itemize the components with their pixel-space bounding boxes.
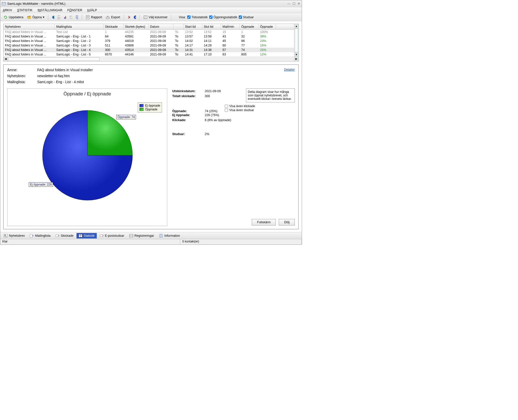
bar-chart-icon[interactable] — [63, 15, 67, 19]
col-skickade[interactable]: Skickade — [104, 24, 124, 29]
col-mailinglista[interactable]: Mailinglista — [55, 24, 104, 29]
chevron-down-icon: ▾ — [43, 15, 44, 19]
col-mailmin[interactable]: Mail/min — [221, 24, 240, 29]
menu-hjalp[interactable]: HJÄLP — [87, 8, 97, 12]
pie-chart-icon[interactable] — [51, 15, 55, 19]
svg-rect-9 — [86, 15, 89, 19]
table-row[interactable]: FAQ about folders in Visual ...SamLogic … — [4, 52, 298, 57]
columns-button[interactable]: Välj kolumner — [142, 14, 169, 20]
report-button[interactable]: Rapport — [84, 14, 103, 20]
grid-body: FAQ about folders in Visual ...Test List… — [4, 30, 298, 57]
svg-rect-3 — [64, 17, 65, 19]
table-icon — [78, 234, 82, 238]
scroll-right-icon[interactable]: ► — [294, 57, 298, 61]
oppningsstatistik-checkbox[interactable]: Öppningsstatistik — [209, 15, 237, 19]
minimize-icon[interactable]: — — [287, 2, 290, 5]
detail-panel: Detaljer Ämne:FAQ about folders in Visua… — [3, 64, 299, 229]
toolbar: Uppdatera Öppna ▾ Rapport Export i Välj … — [0, 13, 302, 21]
col-datum[interactable]: Datum — [148, 24, 174, 29]
stack-icon[interactable] — [75, 15, 79, 19]
menu-fonster[interactable]: FÖNSTER — [67, 8, 82, 12]
amne-value: FAQ about folders in Visual Installer — [37, 68, 93, 72]
scroll-down-icon[interactable]: ▼ — [294, 52, 298, 57]
tab-mailinglista[interactable]: Mailinglista — [28, 233, 52, 238]
titlebar: SamLogic MultiMailer - namnlös (HTML) — … — [0, 0, 302, 7]
export-button[interactable]: Export — [104, 14, 121, 20]
ej-oppnade-value: 226 (75%) — [205, 113, 219, 117]
refresh-button[interactable]: Uppdatera — [2, 14, 24, 20]
scroll-left-icon[interactable]: ◄ — [4, 57, 8, 61]
tab-registreringar[interactable]: Registreringar — [127, 233, 156, 238]
stats-column: Detta diagram visar hur många som öppnat… — [172, 88, 295, 226]
bounce-icon — [100, 234, 104, 238]
table-row[interactable]: FAQ about folders in Visual ...SamLogic … — [4, 48, 298, 52]
studsar-value: 2% — [205, 132, 209, 136]
line-chart-icon[interactable] — [57, 15, 61, 19]
data-grid: Nyhetsbrev Mailinglista Skickade Storlek… — [3, 24, 299, 61]
scroll-up-icon[interactable]: ▲ — [294, 24, 298, 28]
col-oppnade[interactable]: Öppnade — [240, 24, 258, 29]
visa-studsar-checkbox[interactable]: Visa även studsar — [225, 108, 295, 112]
mail-icon — [2, 2, 6, 6]
window-title: SamLogic MultiMailer - namnlös (HTML) — [7, 2, 287, 5]
legend-swatch-green — [140, 108, 144, 111]
tab-information[interactable]: iInformation — [157, 233, 182, 238]
tab-nyhetsbrev[interactable]: Nyhetsbrev — [2, 233, 27, 238]
columns-icon — [143, 15, 148, 19]
tab-skickade[interactable]: Skickade — [54, 233, 76, 238]
menu-installningar[interactable]: INSTÄLLNINGAR — [38, 8, 62, 12]
tidsstatistik-checkbox[interactable]: Tidsstatistik — [187, 15, 208, 19]
mailinglista-value: SamLogic - Eng - List - 4.mlist — [37, 80, 84, 84]
table-row[interactable]: FAQ about folders in Visual ...SamLogic … — [4, 39, 298, 43]
newspaper-icon — [4, 234, 8, 238]
svg-rect-8 — [77, 16, 78, 19]
menubar: ARKIV STATISTIK INSTÄLLNINGAR FÖNSTER HJ… — [0, 7, 302, 13]
tab-epoststudsar[interactable]: E-poststudsar — [98, 233, 126, 238]
pie-label-ej-oppnade: Ej öppnade: 226 — [29, 182, 53, 187]
table-row[interactable]: FAQ about folders in Visual ...SamLogic … — [4, 34, 298, 39]
col-blank[interactable] — [174, 24, 184, 29]
col-sluttid[interactable]: Slut tid — [202, 24, 221, 29]
detaljer-link[interactable]: Detaljer — [284, 68, 295, 71]
info-icon[interactable]: i — [132, 15, 137, 19]
totalt-skickade-value: 300 — [205, 94, 210, 98]
studsar-checkbox[interactable]: Studsar — [239, 15, 254, 19]
delete-icon[interactable] — [126, 15, 131, 19]
visa-label: Visa: — [179, 15, 186, 19]
table-row[interactable]: FAQ about folders in Visual ...SamLogic … — [4, 43, 298, 48]
app-window: SamLogic MultiMailer - namnlös (HTML) — … — [0, 0, 302, 245]
chart-title: Öppnade / Ej öppnade — [10, 91, 164, 97]
refresh-icon — [3, 15, 8, 19]
svg-text:i: i — [135, 16, 136, 19]
open-button[interactable]: Öppna ▾ — [26, 14, 46, 20]
envelope-check-icon[interactable] — [69, 15, 73, 19]
export-icon — [106, 15, 110, 19]
svg-rect-16 — [144, 16, 147, 19]
dolj-button[interactable]: Dölj — [279, 219, 295, 225]
col-nyhetsbrev[interactable]: Nyhetsbrev — [4, 24, 55, 29]
visa-klickade-checkbox[interactable]: Visa även klickade — [225, 104, 295, 108]
grid-header: Nyhetsbrev Mailinglista Skickade Storlek… — [4, 24, 298, 30]
pie-label-oppnade: Öppnade: 74 — [116, 115, 136, 119]
horizontal-scrollbar[interactable]: ◄ ► — [4, 57, 298, 61]
oppnade-value: 74 (25%) — [205, 109, 218, 113]
col-oppnadepct[interactable]: Öppnade — [258, 24, 276, 29]
bottom-tabs: Nyhetsbrev Mailinglista Skickade Statist… — [0, 232, 302, 239]
svg-rect-28 — [100, 235, 103, 237]
utskicksdatum-value: 2021-09-09 — [205, 89, 221, 93]
amne-label: Ämne: — [7, 68, 37, 72]
menu-arkiv[interactable]: ARKIV — [3, 8, 12, 12]
col-starttid[interactable]: Start tid — [184, 24, 202, 29]
tab-statistik[interactable]: Statistik — [76, 233, 97, 238]
table-row[interactable]: FAQ about folders in Visual ...Test List… — [4, 30, 298, 34]
vertical-scrollbar[interactable]: ▲ ▼ — [294, 24, 298, 57]
maximize-icon[interactable]: ☐ — [292, 2, 296, 5]
close-icon[interactable]: ✕ — [298, 2, 300, 5]
col-storlek[interactable]: Storlek (bytes) — [124, 24, 148, 29]
report-icon — [86, 15, 90, 19]
nyhetsbrev-label: Nyhetsbrev: — [7, 74, 37, 78]
menu-statistik[interactable]: STATISTIK — [17, 8, 32, 12]
table-icon-2 — [129, 234, 133, 238]
folder-open-icon — [27, 15, 31, 19]
fullskarm-button[interactable]: Fullskärm — [252, 219, 276, 225]
